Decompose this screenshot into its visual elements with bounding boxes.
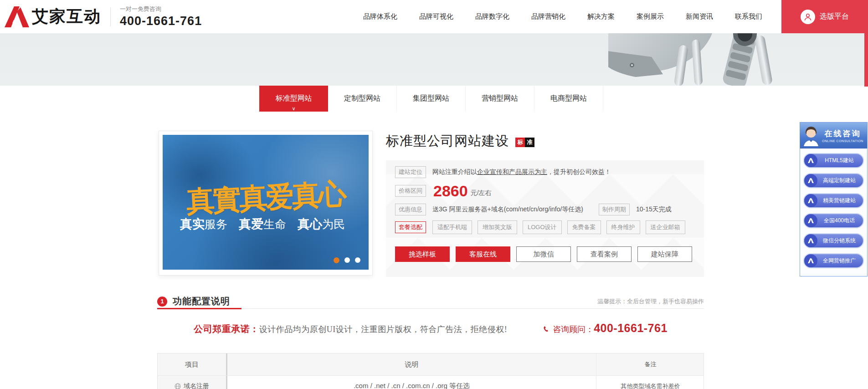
table-header-note: 备注 <box>596 353 704 375</box>
tab-label: 定制型网站 <box>344 94 380 103</box>
carousel-dot-3[interactable] <box>355 257 360 263</box>
badge-char-1: 标 <box>515 138 525 147</box>
positioning-link[interactable]: 企业宣传和产品展示为主 <box>477 168 547 175</box>
positioning-text: 网站注重介绍以企业宣传和产品展示为主，提升初创公司效益！ <box>432 168 611 176</box>
nav-item-brand-digital[interactable]: 品牌数字化 <box>475 12 509 21</box>
carousel-dots <box>334 257 360 263</box>
tab-label: 营销型网站 <box>482 94 518 103</box>
cycle-label: 制作周期 <box>599 204 630 215</box>
consult-item-label: 全网营销推广 <box>817 257 863 265</box>
customer-service-button[interactable]: 客服在线 <box>456 246 510 262</box>
cycle-text: 10-15天完成 <box>636 205 672 214</box>
slogan-rest: 服务 <box>205 218 227 230</box>
nav-item-news[interactable]: 新闻资讯 <box>686 12 713 21</box>
slogan-rest: 为民 <box>322 218 345 230</box>
user-icon <box>801 10 815 24</box>
package-option-icp[interactable]: 免费备案 <box>567 220 601 234</box>
page-title: 标准型公司网站建设 <box>386 132 509 150</box>
package-option-mailbox[interactable]: 送企业邮箱 <box>646 220 685 234</box>
table-cell-item: 域名注册 <box>158 376 226 389</box>
package-row: 套餐选配 适配手机端 增加英文版 LOGO设计 免费备案 终身维护 送企业邮箱 <box>395 220 704 234</box>
package-option-logo[interactable]: LOGO设计 <box>523 220 562 234</box>
add-wechat-button[interactable]: 加微信 <box>516 246 571 262</box>
pick-template-button[interactable]: 挑选样板 <box>395 246 450 262</box>
tab-ecommerce-site[interactable]: 电商型网站 <box>534 86 603 112</box>
promise-text: 公司郑重承诺：设计作品均为原创UI设计，注重图片版权，符合广告法，拒绝侵权! <box>194 323 507 335</box>
table-cell-desc: .com / .net / .cn / .com.cn / .org 等任选 <box>226 376 596 389</box>
consult-item-custom[interactable]: 高端定制建站 <box>803 173 864 188</box>
slogan-bold: 真实 <box>180 217 205 231</box>
table-cell-note: 其他类型域名需补差价 <box>596 376 704 389</box>
nav-item-cases[interactable]: 案例展示 <box>637 12 664 21</box>
tab-group-site[interactable]: 集团型网站 <box>397 86 466 112</box>
carousel-dot-2[interactable] <box>344 257 350 263</box>
hero-banner <box>0 33 868 86</box>
nav-item-brand-visual[interactable]: 品牌可视化 <box>419 12 453 21</box>
consult-label: 一对一免费咨询 <box>120 5 202 13</box>
header-phone: 400-1661-761 <box>120 14 202 28</box>
logo[interactable]: 艾家互动 <box>0 5 101 28</box>
online-consult-widget: 在线咨询 ONLINE CONSULTATION HTML5建站 高端定制建站 … <box>800 122 868 276</box>
tab-label: 标准型网站 <box>276 94 312 103</box>
header-divider <box>110 7 111 26</box>
promo-row: 优惠信息 送3G 阿里云服务器+域名(com/net/cn/org/info/等… <box>395 204 704 215</box>
globe-icon <box>175 383 181 389</box>
table-header-desc: 说明 <box>226 353 596 375</box>
table-header-item: 项目 <box>158 353 226 375</box>
consult-item-wechat-distribution[interactable]: 微信分销系统 <box>803 233 864 248</box>
brand-mark-icon <box>804 234 817 247</box>
consult-item-400phone[interactable]: 全国400电话 <box>803 213 864 228</box>
template-platform-label: 选版平台 <box>820 12 849 21</box>
tab-label: 电商型网站 <box>550 94 587 103</box>
carousel-dot-1[interactable] <box>334 257 339 263</box>
product-info-panel: 建站定位 网站注重介绍以企业宣传和产品展示为主，提升初创公司效益！ 价格区间 2… <box>386 160 704 277</box>
tab-standard-site[interactable]: 标准型网站 ∨ <box>259 86 328 112</box>
package-option-english[interactable]: 增加英文版 <box>478 220 517 234</box>
consult-item-marketing[interactable]: 精美营销建站 <box>803 193 864 208</box>
main-nav: 品牌体系化 品牌可视化 品牌数字化 品牌营销化 解决方案 案例展示 新闻资讯 联… <box>352 0 773 33</box>
consult-widget-titles: 在线咨询 ONLINE CONSULTATION <box>821 128 864 143</box>
tab-custom-site[interactable]: 定制型网站 <box>328 86 397 112</box>
nav-item-brand-marketing[interactable]: 品牌营销化 <box>531 12 565 21</box>
table-header-row: 项目 说明 备注 <box>158 353 704 375</box>
consult-item-html5[interactable]: HTML5建站 <box>803 153 864 168</box>
slogan-rest: 生命 <box>263 218 286 230</box>
brand-mark-icon <box>804 174 817 187</box>
promo-text: 送3G 阿里云服务器+域名(com/net/cn/org/info/等任选) <box>432 205 583 214</box>
template-platform-button[interactable]: 选版平台 <box>781 0 868 33</box>
site-guarantee-button[interactable]: 建站保障 <box>637 246 692 262</box>
view-cases-button[interactable]: 查看案例 <box>577 246 632 262</box>
slide-calligraphy-text: 真實真爱真心 <box>163 173 369 222</box>
positioning-suffix: ，提升初创公司效益！ <box>547 168 611 175</box>
slide-slogan: 真实服务 真爱生命 真心为民 <box>163 216 362 232</box>
nav-item-solutions[interactable]: 解决方案 <box>587 12 615 21</box>
tab-marketing-site[interactable]: 营销型网站 <box>466 86 534 112</box>
table-row: 域名注册 .com / .net / .cn / .com.cn / .org … <box>158 375 704 389</box>
price-value: 2860 <box>433 183 468 199</box>
nav-item-contact[interactable]: 联系我们 <box>735 12 762 21</box>
promise-label: 公司郑重承诺： <box>194 324 259 334</box>
consult-item-label: 全国400电话 <box>817 217 863 225</box>
section-title: 功能配置说明 <box>173 295 230 307</box>
brand-mark-icon <box>804 154 817 167</box>
consultant-block: 咨询顾问： 400-1661-761 <box>543 322 668 335</box>
package-option-maintenance[interactable]: 终身维护 <box>606 220 640 234</box>
consult-item-promotion[interactable]: 全网营销推广 <box>803 253 864 268</box>
header: 艾家互动 一对一免费咨询 400-1661-761 品牌体系化 品牌可视化 品牌… <box>0 0 868 33</box>
price-row: 价格区间 2860 元/左右 <box>395 183 704 199</box>
nav-item-brand-system[interactable]: 品牌体系化 <box>363 12 397 21</box>
positioning-row: 建站定位 网站注重介绍以企业宣传和产品展示为主，提升初创公司效益！ <box>395 166 704 178</box>
package-option-mobile[interactable]: 适配手机端 <box>432 220 472 234</box>
consult-widget-subtitle: ONLINE CONSULTATION <box>822 139 863 143</box>
cycle-group: 制作周期 10-15天完成 <box>599 204 672 215</box>
brand-mark-icon <box>804 214 817 227</box>
table-cell-item-label: 域名注册 <box>184 382 209 389</box>
section-underline <box>157 308 241 309</box>
right-edge-accent <box>864 25 868 87</box>
consult-item-label: HTML5建站 <box>817 157 863 164</box>
product-title-row: 标准型公司网站建设 标 准 <box>386 132 534 150</box>
promo-label: 优惠信息 <box>395 204 426 215</box>
consult-widget-title: 在线咨询 <box>825 128 861 139</box>
price-unit: 元/左右 <box>471 189 492 197</box>
carousel-slide: 真實真爱真心 真实服务 真爱生命 真心为民 <box>163 135 369 270</box>
